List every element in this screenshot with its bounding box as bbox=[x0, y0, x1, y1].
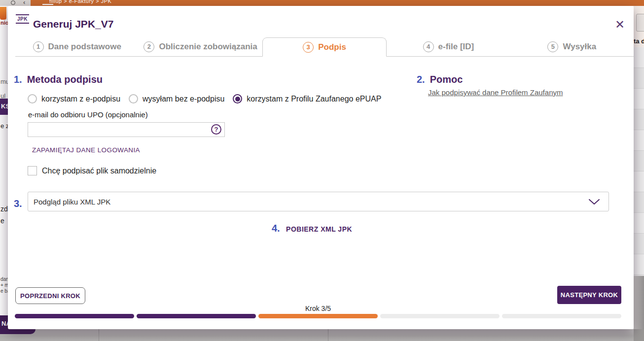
radio-label: korzystam z Profilu Zaufanego ePUAP bbox=[247, 95, 381, 103]
bg-fragment: zda bbox=[0, 205, 8, 213]
email-upo-input[interactable] bbox=[28, 122, 225, 137]
radio-bez-e-podpisu[interactable]: wysyłam bez e-podpisu bbox=[129, 94, 224, 103]
progress-segment bbox=[502, 314, 621, 318]
close-icon[interactable]: ✕ bbox=[612, 17, 627, 32]
bg-fragment: e ba bbox=[0, 288, 8, 294]
tab-obliczenie-zobowiazania[interactable]: 2 Obliczenie zobowiązania bbox=[139, 37, 262, 57]
background-bottom-strip bbox=[0, 329, 644, 341]
bg-fragment: mul bbox=[0, 78, 8, 85]
tab-dane-podstawowe[interactable]: 1 Dane podstawowe bbox=[15, 37, 139, 57]
progress-segment bbox=[380, 314, 500, 318]
radio-label: korzystam z e-podpisu bbox=[41, 95, 120, 103]
breadcrumb-underline bbox=[42, 4, 53, 5]
tab-label: Obliczenie zobowiązania bbox=[159, 42, 257, 52]
tab-podpis[interactable]: 3 Podpis bbox=[262, 37, 387, 57]
bg-fragment: e bbox=[0, 217, 4, 225]
remember-login-button[interactable]: ZAPAMIĘTAJ DANE LOGOWANIA bbox=[32, 146, 140, 154]
help-question-icon[interactable]: ? bbox=[211, 124, 221, 135]
email-upo-label: e-mail do odbioru UPO (opcjonalnie) bbox=[28, 110, 148, 119]
app-logo-fragment bbox=[0, 7, 6, 20]
bg-shadow bbox=[634, 329, 644, 341]
bg-fragment: e z bbox=[0, 122, 8, 130]
signature-method-radios: korzystam z e-podpisu wysyłam bez e-podp… bbox=[28, 94, 390, 103]
tab-label: Wysyłka bbox=[563, 42, 596, 52]
radio-icon bbox=[129, 94, 138, 103]
bg-fragment: nio bbox=[0, 20, 8, 26]
section-method-header: 1.Metoda podpisu bbox=[14, 74, 103, 85]
tab-number: 4 bbox=[423, 41, 434, 52]
tab-number: 1 bbox=[33, 41, 44, 52]
progress-bar bbox=[15, 314, 621, 318]
bg-fragment-button: KS bbox=[0, 99, 8, 115]
download-xml-link[interactable]: POBIERZ XML JPK bbox=[286, 225, 352, 233]
chevron-down-icon bbox=[589, 199, 600, 205]
jpk-badge-icon: JPK bbox=[16, 14, 29, 24]
radio-icon bbox=[233, 94, 242, 103]
tab-number: 2 bbox=[143, 41, 154, 52]
tab-number: 5 bbox=[547, 41, 558, 52]
previous-step-button[interactable]: POPRZEDNI KROK bbox=[15, 287, 85, 304]
checkbox-label: Chcę podpisać plik samodzielnie bbox=[42, 167, 156, 175]
background-right-strip: ta d bbox=[634, 6, 644, 329]
section-title: Pomoc bbox=[430, 74, 463, 85]
bg-table-rows bbox=[634, 47, 644, 282]
step-tabs: 1 Dane podstawowe 2 Obliczenie zobowiąza… bbox=[15, 37, 634, 57]
tab-label: e-file [ID] bbox=[438, 42, 474, 52]
section-preview-number: 3. bbox=[14, 198, 22, 209]
tab-number: 3 bbox=[303, 42, 314, 53]
help-profil-zaufany-link[interactable]: Jak podpisywać dane Profilem Zaufanym bbox=[428, 88, 563, 97]
bg-button-fragment bbox=[636, 14, 644, 32]
bg-fragment: dan bbox=[0, 276, 8, 282]
section-title: Metoda podpisu bbox=[27, 74, 103, 85]
tab-label: Dane podstawowe bbox=[48, 42, 121, 52]
bg-fragment: + m bbox=[0, 282, 8, 288]
step-indicator-label: Krok 3/5 bbox=[8, 305, 628, 312]
bg-shadow bbox=[634, 276, 644, 329]
expander-label: Podgląd pliku XML JPK bbox=[34, 198, 110, 206]
radio-e-podpis[interactable]: korzystam z e-podpisu bbox=[28, 94, 120, 103]
breadcrumb: fillup > e-Faktury > JPK bbox=[49, 0, 111, 4]
dialog-title: Generuj JPK_V7 bbox=[33, 18, 113, 30]
self-sign-checkbox-row[interactable]: Chcę podpisać plik samodzielnie bbox=[28, 166, 156, 175]
tab-e-file[interactable]: 4 e-file [ID] bbox=[387, 37, 510, 57]
progress-segment bbox=[15, 314, 134, 318]
background-left-strip: nio mul ul KS e z zda e dan + m e ba bbox=[0, 6, 8, 329]
next-step-button[interactable]: NASTĘPNY KROK bbox=[557, 286, 621, 304]
xml-preview-expander[interactable]: Podgląd pliku XML JPK bbox=[28, 192, 609, 211]
jpk-generate-dialog: JPK Generuj JPK_V7 ✕ 1 Dane podstawowe 2… bbox=[8, 6, 634, 329]
bg-table-divider bbox=[99, 329, 99, 341]
progress-segment bbox=[137, 314, 256, 318]
tab-wysylka[interactable]: 5 Wysyłka bbox=[510, 37, 634, 57]
progress-segment bbox=[258, 314, 378, 318]
browser-toolbar: ‹ bbox=[0, 0, 31, 6]
bg-column-header-fragment: ta d bbox=[634, 37, 644, 45]
tab-label: Podpis bbox=[318, 42, 346, 52]
app-topbar: ‹ fillup > e-Faktury > JPK bbox=[0, 0, 644, 6]
section-number: 1. bbox=[14, 74, 22, 85]
section-download-number: 4. bbox=[272, 223, 280, 234]
download-section: 4. POBIERZ XML JPK bbox=[8, 223, 616, 234]
radio-label: wysyłam bez e-podpisu bbox=[143, 95, 224, 103]
radio-icon bbox=[28, 94, 37, 103]
bg-table-divider bbox=[328, 329, 328, 341]
section-number: 2. bbox=[417, 74, 425, 85]
back-icon[interactable]: ‹ bbox=[23, 0, 25, 6]
section-help-header: 2.Pomoc bbox=[417, 74, 463, 85]
checkbox-icon[interactable] bbox=[28, 166, 37, 175]
radio-profil-zaufany-epuap[interactable]: korzystam z Profilu Zaufanego ePUAP bbox=[233, 94, 381, 103]
toolbar-circle-icon[interactable] bbox=[11, 0, 15, 5]
